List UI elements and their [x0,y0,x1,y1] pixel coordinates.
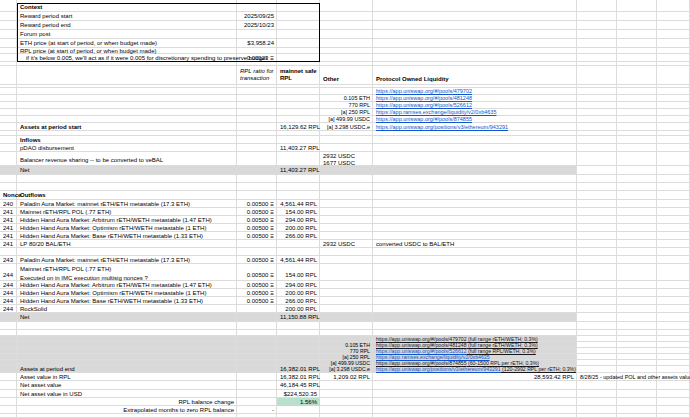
outflow-amount[interactable]: 4,561.44 RPL [277,200,320,208]
pol-link[interactable]: https://app.uniswap.org/#/pools/874855 [373,116,577,123]
label-reward-period-end[interactable]: Reward period end [17,21,237,30]
context-header[interactable]: Context [17,3,237,12]
value-rpl-balance-change[interactable]: 1.56% [277,398,320,406]
pol-link[interactable]: https://app.uniswap.org/positions/v3/eth… [376,366,501,372]
other-asset[interactable]: [a] 3.298 USDC.e [320,123,373,131]
note-rpl-price-floor[interactable]: if it's below 0.005, we'll act as if it … [17,54,237,62]
outflow-amount[interactable]: 294.00 RPL [277,281,320,289]
label-inflows-net[interactable]: Net [17,166,237,175]
outflow-desc[interactable]: Hidden Hand Aura Market: Optimism rETH/W… [17,224,237,232]
value-pdao-disbursement[interactable]: 11,403.27 RPL [277,144,320,152]
outflow-nonce[interactable]: 244 [0,272,17,279]
outflow-amount[interactable]: 154.00 RPL [277,208,320,216]
label-net-asset-value[interactable]: Net asset value [17,381,237,390]
outflow-desc[interactable]: LP 80/20 BAL/ETH [17,240,237,248]
value-reward-period-end[interactable]: 2025/10/23 [237,21,277,30]
value-net-asset-value[interactable]: 46,184.45 RPL [277,381,320,390]
outflow-ratio[interactable]: 0.00500 Ξ [237,208,277,216]
outflow-ratio[interactable]: 0.00500 Ξ [237,289,277,297]
value-eth-price[interactable]: $3,958.24 [237,39,277,48]
outflow-desc[interactable]: Hidden Hand Aura Market: Arbitrum rETH/W… [17,216,237,224]
pol-link[interactable]: https://app.uniswap.org/#/pools/479702 [373,88,577,95]
outflow-amount[interactable]: 200.00 RPL [277,289,320,297]
label-extrapolated-months[interactable]: Extrapolated months to zero RPL balance [17,406,237,414]
value-outflows-net[interactable]: 11,150.88 RPL [277,313,320,322]
pol-link[interactable]: https://app.ramses.exchange/liquidity/v2… [376,109,496,115]
pol-link[interactable]: https://app.uniswap.org/positions/v3/eth… [376,124,508,130]
outflow-desc[interactable]: Mainnet rETH/RPL POL (.77 ETH) Executed … [17,264,237,281]
outflow-note[interactable]: converted USDC to BAL/ETH [373,240,577,248]
value-balancer-usdc[interactable]: 2932 USDC 1677 USDC [320,152,373,166]
outflow-nonce[interactable]: 241 [0,240,17,248]
label-asset-value-rpl[interactable]: Asset value in RPL [17,373,237,381]
pol-link[interactable]: https://app.uniswap.org/#/pools/874855 [376,116,472,122]
outflow-amount[interactable]: 266.00 RPL [277,232,320,240]
outflows-header[interactable]: Outflows [17,191,237,200]
pol-link[interactable]: https://app.uniswap.org/positions/v3/eth… [373,123,577,131]
outflow-desc[interactable]: Hidden Hand Aura Market: Base rETH/WETH … [17,232,237,240]
label-rpl-balance-change[interactable]: RPL balance change [17,398,237,406]
label-eth-price[interactable]: ETH price (at start of period, or when b… [17,39,237,48]
outflow-amount[interactable]: 294.00 RPL [277,216,320,224]
outflow-amount[interactable]: 154.00 RPL [277,272,320,279]
outflow-nonce[interactable]: 243 [0,256,17,264]
value-pol-rpl[interactable]: 28,593.42 RPL [373,373,577,381]
nonce-header[interactable]: Nonce [0,191,17,200]
outflow-ratio[interactable]: 0.00500 Ξ [237,281,277,289]
value-extrapolated-months[interactable]: - [237,406,277,414]
col-header-mainnet-safe-rpl[interactable]: mainnet safe RPL [277,66,320,85]
other-asset[interactable]: [a] 499.99 USDC [320,116,373,123]
label-net-asset-value-usd[interactable]: Net asset value in USD [17,390,237,398]
label-balancer-revenue[interactable]: Balancer revenue sharing -- to be conver… [17,157,237,164]
col-header-rpl-ratio[interactable]: RPL ratio for transaction [237,66,277,85]
other-asset[interactable]: [a] 250 RPL [320,109,373,116]
outflow-nonce[interactable]: 240 [0,200,17,208]
value-asset-value-rpl[interactable]: 16,382.01 RPL [277,373,320,381]
label-assets-period-start[interactable]: Assets at period start [17,123,237,131]
outflow-amount[interactable]: 200.00 RPL [277,305,320,313]
label-pdao-disbursement[interactable]: pDAO disbursement [17,144,237,152]
pol-link[interactable]: https://app.uniswap.org/#/pools/481248 [373,95,577,102]
outflow-ratio[interactable]: 0.00500 Ξ [237,216,277,224]
outflow-ratio[interactable]: 0.00500 Ξ [237,272,277,279]
outflow-ratio[interactable]: 0.00500 Ξ [237,256,277,264]
outflow-nonce[interactable]: 244 [0,305,17,313]
outflow-desc[interactable]: RockSolid [17,305,237,313]
label-reward-period-start[interactable]: Reward period start [17,12,237,21]
pol-link[interactable]: https://app.uniswap.org/#/pools/481248 [376,95,472,101]
outflow-nonce[interactable]: 241 [0,232,17,240]
outflow-nonce[interactable]: 241 [0,208,17,216]
note-pol-update[interactable]: 8/28/25 - updated POL and other assets v… [577,373,690,381]
outflow-amount[interactable]: 200.00 RPL [277,224,320,232]
outflow-nonce[interactable]: 241 [0,224,17,232]
outflow-ratio[interactable]: 0.00500 Ξ [237,224,277,232]
outflow-nonce[interactable]: 244 [0,297,17,305]
value-assets-period-start[interactable]: 16,129.62 RPL [277,123,320,131]
value-net-asset-value-usd[interactable]: $224,520.35 [277,390,320,398]
outflow-other[interactable]: 2932 USDC [320,240,373,248]
pol-link[interactable]: https://app.uniswap.org/#/pools/479702 [376,88,472,94]
outflow-desc[interactable]: Hidden Hand Aura Market: Optimism rETH/W… [17,289,237,297]
outflow-nonce[interactable]: 244 [0,289,17,297]
outflow-desc[interactable]: Mainnet rETH/RPL POL (.77 ETH) [17,208,237,216]
other-asset[interactable]: 0.105 ETH [320,95,373,102]
other-asset[interactable]: [a] 3.298 USDC.e [320,366,373,373]
pol-link[interactable]: https://app.uniswap.org/#/pools/526612 [373,102,577,109]
label-assets-period-end[interactable]: Assets at period end [17,366,237,373]
inflows-header[interactable]: Inflows [17,136,237,144]
outflow-amount[interactable]: 4,561.44 RPL [277,256,320,264]
outflow-ratio[interactable]: 0.00500 Ξ [237,200,277,208]
outflow-desc[interactable]: Hidden Hand Aura Market: Arbitrum rETH/W… [17,281,237,289]
pol-link[interactable]: https://app.uniswap.org/#/pools/526612 [376,102,472,108]
col-header-other[interactable]: Other [320,76,373,83]
value-reward-period-start[interactable]: 2025/09/25 [237,12,277,21]
outflow-ratio[interactable]: 0.00500 Ξ [237,297,277,305]
outflow-amount[interactable]: 266.00 RPL [277,297,320,305]
outflow-desc[interactable]: Hidden Hand Aura Market: Base rETH/WETH … [17,297,237,305]
value-rpl-price[interactable]: 0.00123 Ξ [237,54,277,62]
outflow-ratio[interactable]: 0.00500 Ξ [237,232,277,240]
other-asset[interactable]: 770 RPL [320,102,373,109]
value-other-assets-rpl[interactable]: 1,209.02 RPL [320,373,373,381]
value-assets-period-end[interactable]: 16,382.01 RPL [277,366,320,373]
pol-link[interactable]: https://app.ramses.exchange/liquidity/v2… [373,109,577,116]
